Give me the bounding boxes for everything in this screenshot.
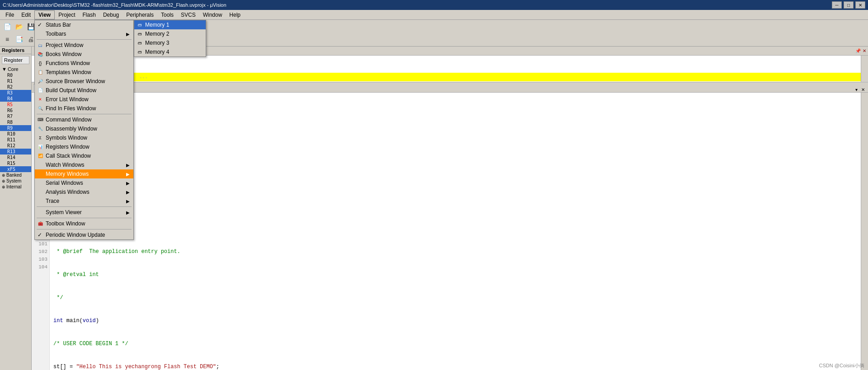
sep-5 <box>37 229 132 229</box>
menu-memory-windows[interactable]: Memory Windows ▶ <box>35 169 133 178</box>
internal-section[interactable]: ⊕ Internal <box>0 184 31 190</box>
tb-r2[interactable]: 📑 <box>14 34 24 44</box>
code-line: * @brief The application entry point. <box>53 248 857 256</box>
menu-view[interactable]: View <box>34 10 55 19</box>
menu-status-bar[interactable]: ✓ Status Bar <box>35 20 133 29</box>
memory-1-item[interactable]: 🗃 Memory 1 <box>134 20 206 29</box>
menu-periodic-update[interactable]: ✓ Periodic Window Update <box>35 230 133 239</box>
close-button[interactable]: ✕ <box>855 1 865 9</box>
watermark: CSDN @Coisini小俩 <box>819 362 864 369</box>
menu-window[interactable]: Window <box>199 11 226 19</box>
tb-open[interactable]: 📂 <box>14 22 24 32</box>
menu-symbols-window[interactable]: Σ Symbols Window <box>35 133 133 142</box>
menu-peripherals[interactable]: Peripherals <box>123 11 157 19</box>
maximize-button[interactable]: □ <box>844 1 854 9</box>
menu-find-in-files-window[interactable]: 🔍 Find In Files Window <box>35 104 133 113</box>
memory-3-item[interactable]: 🗃 Memory 3 <box>134 38 206 47</box>
menu-build-output-window[interactable]: 📄 Build Output Window <box>35 86 133 95</box>
menu-project[interactable]: Project <box>55 11 79 19</box>
memory-1-icon: 🗃 <box>136 21 143 28</box>
code-line: uint8_t FlashWBuff [255]; <box>53 133 857 141</box>
menu-disassembly-window[interactable]: 🔧 Disassembly Window <box>35 124 133 133</box>
sep-4 <box>37 218 132 218</box>
tb-new[interactable]: 📄 <box>2 22 13 32</box>
code-line: /* USER CODE END 0 */ <box>53 179 857 187</box>
reg-r9: R9 <box>0 125 31 131</box>
menu-project-window[interactable]: 🗂 Project Window <box>35 41 133 50</box>
watch-windows-arrow: ▶ <box>126 163 130 168</box>
system-section[interactable]: ⊕ System <box>0 178 31 184</box>
banked-section[interactable]: ⊕ Banked <box>0 172 31 178</box>
reg-r14: R14 <box>0 155 31 160</box>
reg-r8: R8 <box>0 119 31 125</box>
center-area: 📌 ✕ /* USER CODE BEGIN 1 */ uint8_t i; .… <box>32 47 868 370</box>
menu-edit[interactable]: Edit <box>18 11 34 19</box>
menu-templates-window[interactable]: 📋 Templates Window <box>35 68 133 77</box>
core-section-header[interactable]: ▼ Core <box>0 66 31 72</box>
reg-r3: R3 <box>0 90 31 96</box>
tab-dropdown[interactable]: ▾ <box>854 87 859 92</box>
reg-r7: R7 <box>0 113 31 119</box>
menu-debug[interactable]: Debug <box>99 11 123 19</box>
menu-registers-window[interactable]: 📊 Registers Window <box>35 142 133 151</box>
menu-toolbox-window[interactable]: 🧰 Toolbox Window <box>35 219 133 228</box>
menu-help[interactable]: Help <box>226 11 244 19</box>
top-panel-close[interactable]: ✕ <box>863 48 866 53</box>
memory-2-item[interactable]: 🗃 Memory 2 <box>134 29 206 38</box>
core-label: Core <box>8 66 19 72</box>
reg-r2: R2 <box>0 84 31 90</box>
menu-analysis-windows[interactable]: Analysis Windows ▶ <box>35 187 133 197</box>
tab-close[interactable]: ✕ <box>860 87 866 92</box>
periodic-check: ✓ <box>38 232 42 238</box>
reg-r5: R5 <box>0 102 31 108</box>
system-label: System <box>6 178 21 183</box>
title-bar-text: C:\Users\Administrator\Desktop\STM32 -fl… <box>3 2 226 8</box>
menu-system-viewer[interactable]: System Viewer ▶ <box>35 208 133 217</box>
menu-serial-windows[interactable]: Serial Windows ▶ <box>35 178 133 187</box>
serial-windows-arrow: ▶ <box>126 181 130 186</box>
editor-vscroll[interactable] <box>861 93 868 370</box>
internal-expand-icon: ⊕ <box>2 185 5 189</box>
menu-error-list-window[interactable]: ✕ Error List Window <box>35 95 133 104</box>
menu-command-window[interactable]: ⌨ Command Window <box>35 115 133 124</box>
menu-tools[interactable]: Tools <box>157 11 177 19</box>
tb-r1[interactable]: ≡ <box>2 34 13 44</box>
code-line: /** <box>53 225 857 233</box>
menu-source-browser-window[interactable]: 🔎 Source Browser Window <box>35 77 133 86</box>
minimize-button[interactable]: ─ <box>832 1 842 9</box>
books-window-icon: 📚 <box>37 51 44 58</box>
menu-flash[interactable]: Flash <box>79 11 99 19</box>
menu-toolbars[interactable]: Toolbars ▶ <box>35 29 133 38</box>
code-content[interactable]: /* USER CODE BEGIN 0 */ uint8_t FlashWBu… <box>50 93 861 370</box>
top-scroll[interactable] <box>861 56 868 82</box>
menu-svcs[interactable]: SVCS <box>177 11 199 19</box>
menu-functions-window[interactable]: {} Functions Window <box>35 59 133 68</box>
menu-call-stack-window[interactable]: 📶 Call Stack Window <box>35 151 133 160</box>
sep-2 <box>37 114 132 114</box>
editor-tab-bar: flash.c startup_stm32f103xb.s ▾ ✕ <box>32 83 868 93</box>
menu-watch-windows[interactable]: Watch Windows ▶ <box>35 160 133 169</box>
templates-window-icon: 📋 <box>37 69 44 76</box>
memory-submenu: 🗃 Memory 1 🗃 Memory 2 🗃 Memory 3 🗃 Memor… <box>134 20 206 57</box>
source-browser-icon: 🔎 <box>37 78 44 85</box>
reg-r4: R4 <box>0 96 31 102</box>
top-code-line-2: uint8_t i; <box>35 65 864 73</box>
project-window-icon: 🗂 <box>37 42 44 49</box>
status-bar-check: ✓ <box>38 22 42 28</box>
top-code-content: /* USER CODE BEGIN 1 */ uint8_t i; .8 B0… <box>32 56 868 82</box>
reg-r6: R6 <box>0 108 31 113</box>
menu-books-window[interactable]: 📚 Books Window <box>35 50 133 59</box>
menu-file[interactable]: File <box>2 11 18 19</box>
sep-1 <box>37 39 132 40</box>
menu-trace[interactable]: Trace ▶ <box>35 197 133 206</box>
register-button[interactable]: Register <box>2 56 29 64</box>
reg-r1: R1 <box>0 78 31 84</box>
memory-4-item[interactable]: 🗃 Memory 4 <box>134 47 206 56</box>
tab-controls: ▾ ✕ <box>854 87 866 92</box>
registers-title: Registers <box>2 47 24 53</box>
call-stack-icon: 📶 <box>37 152 44 159</box>
code-line: /* USER CODE BEGIN 0 */ <box>53 110 857 117</box>
main-editor: 100 101 102 103 104 /* USER CODE BEGIN 0… <box>32 93 868 370</box>
top-panel-pin[interactable]: 📌 <box>855 48 861 53</box>
system-expand-icon: ⊕ <box>2 179 5 183</box>
